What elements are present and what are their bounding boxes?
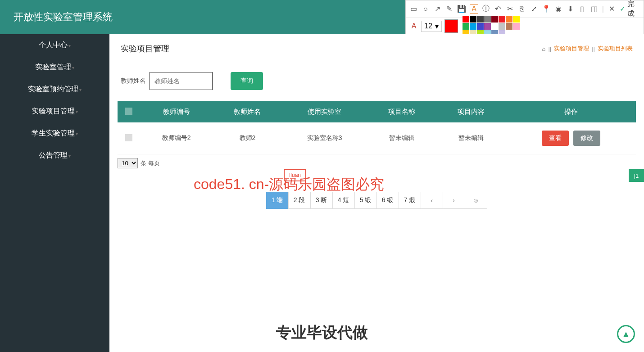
annotation-toolbar: ▭ ○ ↗ ✎ 💾 A ⓘ ↶ ✂ ⎘ ⤢ 📍 ◉ ⬇ ▯ ◫ | ✕ ✓完成 … — [405, 0, 644, 34]
per-page-label: 条 每页 — [141, 159, 160, 167]
color-swatch[interactable] — [470, 23, 476, 30]
page-2[interactable]: 2 段 — [288, 192, 311, 209]
color-swatch[interactable] — [491, 23, 498, 30]
color-swatch[interactable] — [463, 16, 469, 23]
view-button[interactable]: 查看 — [542, 131, 569, 146]
circle-icon[interactable]: ○ — [422, 5, 430, 14]
home-icon[interactable]: ⌂ — [542, 45, 546, 52]
copy-icon[interactable]: ⎘ — [518, 5, 526, 14]
cell-project-content: 暂未编辑 — [436, 122, 506, 154]
save-icon[interactable]: 💾 — [457, 5, 466, 14]
color-swatch[interactable] — [499, 16, 505, 23]
cell-lab: 实验室名称3 — [282, 122, 367, 154]
main-content: 实验项目管理 ⌂ || 实验项目管理 || 实验项目列表 教师姓名 查询 教师编… — [109, 34, 644, 352]
select-all-checkbox[interactable] — [125, 108, 132, 115]
cell-project-name: 暂未编辑 — [367, 122, 436, 154]
th-project-content: 项目内容 — [436, 101, 506, 122]
pager-row: 10 条 每页 — [109, 154, 644, 172]
page-size-select[interactable]: 10 — [118, 158, 138, 168]
page-title: 实验项目管理 — [121, 43, 169, 54]
row-checkbox[interactable] — [125, 134, 132, 141]
arrow-icon[interactable]: ↗ — [433, 5, 442, 14]
page-1[interactable]: 1 端 — [266, 192, 289, 209]
edit-button[interactable]: 修改 — [573, 131, 600, 146]
data-table: 教师编号 教师姓名 使用实验室 项目名称 项目内容 操作 教师编号2 教师2 实… — [118, 101, 636, 154]
text-icon[interactable]: A — [470, 5, 478, 14]
table-row: 教师编号2 教师2 实验室名称3 暂未编辑 暂未编辑 查看 修改 — [118, 122, 636, 154]
color-swatch[interactable] — [491, 16, 498, 23]
page-4[interactable]: 4 短 — [332, 192, 355, 209]
bookmark-icon[interactable]: ◫ — [590, 5, 599, 14]
record-icon[interactable]: ◉ — [554, 5, 563, 14]
th-teacher-id: 教师编号 — [140, 101, 213, 122]
color-swatch[interactable] — [484, 23, 491, 30]
download-icon[interactable]: ⬇ — [566, 5, 575, 14]
pagination: 1 端 2 段 3 断 4 短 5 锻 6 缎 7 煅 ‹ › ☺ — [267, 192, 487, 209]
close-icon[interactable]: ✕ — [608, 5, 616, 14]
breadcrumb: ⌂ || 实验项目管理 || 实验项目列表 — [542, 45, 633, 53]
page-count-badge: |1 — [629, 169, 644, 182]
undo-icon[interactable]: ↶ — [494, 5, 502, 14]
sidebar-item-personal[interactable]: 个人中心▾ — [0, 34, 109, 56]
sidebar-item-project[interactable]: 实验项目管理▾ — [0, 100, 109, 122]
cut-icon[interactable]: ✂ — [506, 5, 514, 14]
expand-icon[interactable]: ⤢ — [530, 5, 538, 14]
bottom-caption: 专业毕设代做 — [276, 322, 368, 343]
th-project-name: 项目名称 — [367, 101, 436, 122]
page-5[interactable]: 5 锻 — [354, 192, 377, 209]
page-6[interactable]: 6 缎 — [376, 192, 399, 209]
cell-teacher-id: 教师编号2 — [140, 122, 213, 154]
font-icon: A — [409, 22, 418, 31]
color-swatch[interactable] — [484, 16, 491, 23]
filter-label: 教师姓名 — [121, 77, 146, 85]
color-palette — [463, 16, 526, 37]
color-swatch[interactable] — [513, 16, 520, 23]
color-swatch[interactable] — [463, 23, 469, 30]
color-swatch[interactable] — [513, 23, 520, 30]
th-teacher-name: 教师姓名 — [213, 101, 282, 122]
pin-icon[interactable]: 📍 — [542, 5, 551, 14]
filter-row: 教师姓名 查询 — [109, 54, 644, 101]
mobile-icon[interactable]: ▯ — [578, 5, 587, 14]
page-next[interactable]: › — [443, 192, 465, 209]
th-action: 操作 — [506, 101, 636, 122]
color-swatch[interactable] — [506, 16, 512, 23]
sidebar-item-notice[interactable]: 公告管理▾ — [0, 144, 109, 167]
font-size-select[interactable]: 12▾ — [421, 21, 442, 32]
page-prev[interactable]: ‹ — [421, 192, 443, 209]
done-button[interactable]: ✓完成 — [620, 0, 640, 18]
sidebar-item-lab[interactable]: 实验室管理▾ — [0, 56, 109, 78]
sidebar-item-reservation[interactable]: 实验室预约管理▾ — [0, 78, 109, 100]
color-swatch[interactable] — [499, 23, 505, 30]
color-swatch[interactable] — [477, 16, 484, 23]
cell-teacher-name: 教师2 — [213, 122, 282, 154]
teacher-name-input[interactable] — [150, 72, 213, 90]
color-swatch[interactable] — [470, 16, 476, 23]
sidebar: 个人中心▾ 实验室管理▾ 实验室预约管理▾ 实验项目管理▾ 学生实验管理▾ 公告… — [0, 34, 109, 352]
breadcrumb-link-2[interactable]: 实验项目列表 — [598, 45, 633, 53]
breadcrumb-link-1[interactable]: 实验项目管理 — [554, 45, 589, 53]
info-icon[interactable]: ⓘ — [482, 5, 490, 14]
page-emoji[interactable]: ☺ — [465, 192, 487, 209]
app-title: 开放性实验室管理系统 — [14, 10, 113, 24]
color-selected[interactable] — [444, 19, 458, 33]
color-swatch[interactable] — [506, 23, 512, 30]
rect-icon[interactable]: ▭ — [409, 5, 418, 14]
scroll-top-button[interactable]: ▲ — [617, 325, 635, 343]
page-3[interactable]: 3 断 — [310, 192, 333, 209]
color-swatch[interactable] — [477, 23, 484, 30]
sidebar-item-student[interactable]: 学生实验管理▾ — [0, 122, 109, 144]
page-7[interactable]: 7 煅 — [399, 192, 421, 209]
search-button[interactable]: 查询 — [231, 72, 263, 90]
pencil-icon[interactable]: ✎ — [445, 5, 454, 14]
th-lab: 使用实验室 — [282, 101, 367, 122]
